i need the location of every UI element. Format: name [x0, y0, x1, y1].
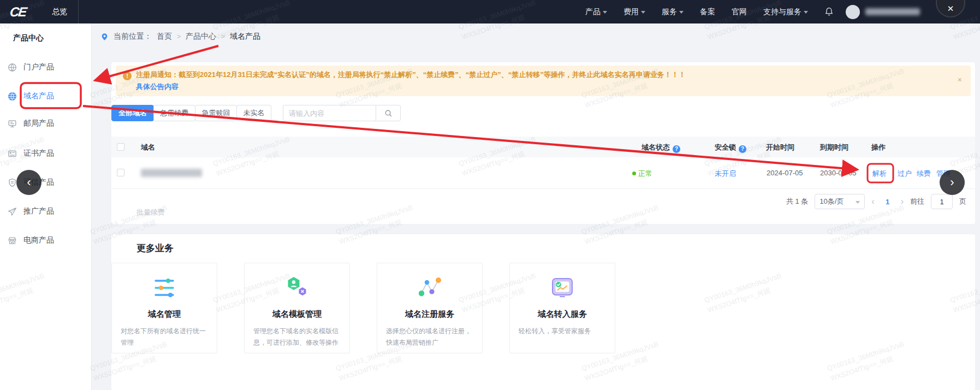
breadcrumb-section[interactable]: 产品中心 — [186, 32, 216, 42]
start-date: 2024-07-05 — [767, 169, 803, 177]
help-icon[interactable]: ? — [673, 145, 680, 153]
storefront-icon — [8, 236, 17, 245]
user-name-redacted — [865, 8, 920, 15]
domain-status-value: 正常 — [638, 169, 652, 179]
card-title: 域名注册服务 — [377, 309, 482, 320]
breadcrumb-prefix: 当前位置： — [114, 32, 152, 42]
nav-item-billing[interactable]: 费用 — [623, 7, 645, 17]
card-title: 域名管理 — [112, 309, 217, 320]
close-icon: ✕ — [947, 4, 954, 14]
domain-list-panel: ! 注册局通知：截至到2021年12月31日未完成“实名认证”的域名，注册局将执… — [111, 62, 975, 224]
tab-redeem-urgent[interactable]: 急需赎回 — [195, 105, 237, 121]
sidebar-item-ecommerce[interactable]: 电商产品 — [0, 233, 92, 247]
more-services-title: 更多业务 — [136, 242, 174, 255]
col-end-time: 到期时间 — [820, 143, 848, 152]
nav-item-products[interactable]: 产品 — [585, 7, 607, 17]
action-transfer-owner-link[interactable]: 过户 — [898, 169, 912, 179]
chevron-right-icon: › — [950, 175, 954, 190]
chevron-down-icon — [641, 11, 645, 14]
col-domain-status: 域名状态? — [642, 143, 680, 153]
col-domain: 域名 — [141, 143, 155, 152]
sidebar-item-label: 证书产品 — [23, 149, 54, 158]
sidebar-item-label: 门户产品 — [23, 62, 54, 72]
tab-renew-urgent[interactable]: 急需续费 — [153, 105, 195, 121]
brand-logo[interactable]: CE — [9, 4, 27, 20]
sidebar-product-center: 产品中心 门户产品 域名产品 邮局产品 证书产品 可信产品 推广产品 电商 — [0, 23, 92, 390]
nav-item-website[interactable]: 官网 — [732, 7, 747, 17]
help-icon[interactable]: ? — [739, 145, 746, 153]
pagination: 共 1 条 10条/页 ‹ 1 › 前往 页 — [786, 193, 966, 210]
card-description: 管理您名下域名的实名模版信息，可进行添加、修改等操作 — [253, 326, 342, 348]
nav-item-services[interactable]: 服务 — [662, 7, 684, 17]
chevron-down-icon — [856, 201, 860, 204]
nav-divider — [78, 0, 79, 23]
search-button[interactable] — [376, 105, 401, 121]
breadcrumb-home[interactable]: 首页 — [157, 32, 172, 42]
sidebar-item-domain[interactable]: 域名产品 — [0, 89, 92, 103]
row-checkbox[interactable] — [117, 169, 124, 176]
notification-bell-icon[interactable] — [824, 7, 834, 16]
card-description: 轻松转入，享受管家服务 — [519, 326, 607, 337]
card-domain-management[interactable]: 域名管理 对您名下所有的域名进行统一管理 — [111, 263, 217, 353]
sidebar-item-mail[interactable]: 邮局产品 — [0, 116, 92, 131]
status-dot — [632, 172, 636, 175]
card-template-management[interactable]: 域名模板管理 管理您名下域名的实名模版信息，可进行添加、修改等操作 — [244, 263, 350, 353]
current-page-button[interactable]: 1 — [881, 198, 894, 206]
more-services-panel: 更多业务 域名管理 对您名下所有的域名进行统一管理 域名模板管理 管理您名下域名… — [111, 234, 975, 390]
card-description: 选择您心仪的域名进行注册，快速布局营销推广 — [386, 326, 474, 348]
sidebar-item-label: 域名产品 — [23, 91, 54, 101]
page: CE 总览 产品 费用 服务 备案 官网 支持与服务 ✕ 产品中心 门户产品 域… — [0, 0, 980, 390]
col-start-time: 开始时间 — [766, 143, 794, 152]
action-resolve-link[interactable]: 解析 — [872, 169, 887, 179]
page-size-select[interactable]: 10条/页 — [815, 194, 865, 209]
sidebar-item-certificate[interactable]: 证书产品 — [0, 146, 92, 161]
table-row: 正常 未开启 2024-07-05 2030-07-05 解析 过户 续费 管理 — [111, 157, 975, 189]
user-avatar[interactable] — [846, 5, 860, 19]
carousel-next-button[interactable]: › — [940, 170, 965, 195]
mailbox-icon — [8, 119, 17, 128]
card-domain-registration[interactable]: 域名注册服务 选择您心仪的域名进行注册，快速布局营销推广 — [377, 263, 483, 353]
notice-close-icon[interactable]: × — [958, 75, 962, 84]
nav-item-icp[interactable]: 备案 — [700, 7, 715, 17]
tab-unverified[interactable]: 未实名 — [236, 105, 271, 121]
chevron-down-icon — [603, 11, 607, 14]
hexagon-profile-icon — [245, 275, 349, 300]
tab-all-domains[interactable]: 全部域名 — [111, 105, 154, 121]
card-description: 对您名下所有的域名进行统一管理 — [121, 326, 209, 348]
select-all-checkbox[interactable] — [117, 143, 124, 151]
sidebar-item-portal[interactable]: 门户产品 — [0, 60, 92, 74]
registry-notice-banner: ! 注册局通知：截至到2021年12月31日未完成“实名认证”的域名，注册局将执… — [116, 66, 971, 96]
sidebar-title: 产品中心 — [13, 33, 44, 43]
portal-globe-icon — [8, 63, 17, 72]
chevron-down-icon — [679, 11, 684, 14]
goto-page-input[interactable] — [931, 194, 953, 209]
notice-detail-link[interactable]: 具体公告内容 — [136, 82, 179, 92]
sliders-icon — [112, 275, 217, 300]
nav-item-support[interactable]: 支持与服务 — [763, 7, 808, 17]
search-icon — [384, 109, 393, 117]
action-renew-link[interactable]: 续费 — [917, 169, 931, 179]
card-title: 域名转入服务 — [510, 309, 615, 320]
batch-renew-button[interactable]: 批量续费 — [136, 208, 165, 217]
page-unit-label: 页 — [959, 197, 966, 206]
prev-page-button[interactable]: ‹ — [871, 197, 874, 206]
security-lock-link[interactable]: 未开启 — [715, 169, 736, 179]
sidebar-item-label: 电商产品 — [23, 235, 54, 245]
card-domain-transfer-in[interactable]: 域名转入服务 轻松转入，享受管家服务 — [509, 263, 615, 353]
breadcrumb: 当前位置： 首页 > 产品中心 > 域名产品 — [100, 30, 260, 43]
sidebar-item-trust[interactable]: 可信产品 — [0, 175, 92, 190]
chevron-left-icon: ‹ — [27, 175, 31, 190]
nav-tab-overview[interactable]: 总览 — [44, 0, 75, 23]
search-input[interactable] — [283, 105, 376, 121]
sidebar-item-promotion[interactable]: 推广产品 — [0, 204, 92, 218]
domain-globe-icon — [8, 92, 17, 101]
goto-label: 前往 — [910, 197, 924, 206]
card-title: 域名模板管理 — [245, 309, 349, 320]
carousel-prev-button[interactable]: ‹ — [16, 170, 41, 195]
col-security-lock: 安全锁? — [715, 143, 746, 153]
next-page-button[interactable]: › — [901, 197, 904, 206]
table-header: 域名 域名状态? 安全锁? 开始时间 到期时间 操作 — [111, 137, 975, 157]
domain-cell-redacted — [141, 169, 202, 177]
breadcrumb-current: 域名产品 — [230, 32, 260, 42]
chevron-down-icon — [804, 11, 808, 14]
